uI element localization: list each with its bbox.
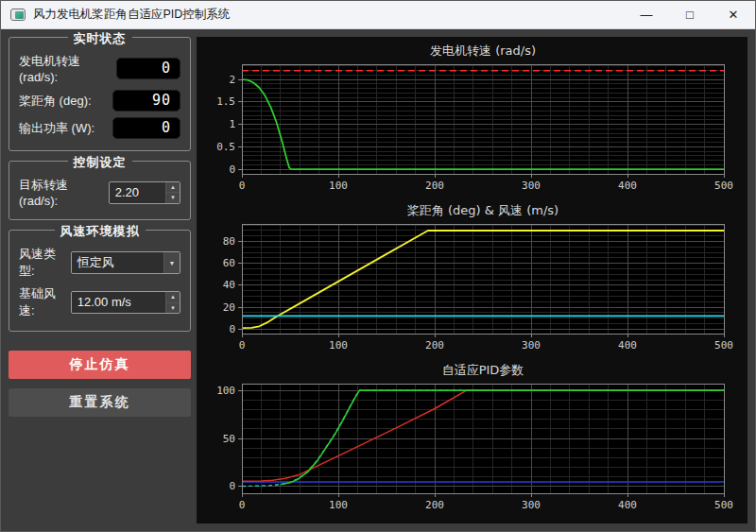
app-window: 风力发电机桨距角自适应PID控制系统 — □ ✕ 实时状态 发电机转速 (rad…: [0, 0, 756, 532]
svg-text:500: 500: [714, 339, 733, 352]
svg-text:200: 200: [425, 180, 444, 192]
svg-text:100: 100: [216, 385, 235, 397]
window-controls: — □ ✕: [625, 1, 755, 28]
base-wind-spinbox[interactable]: 12.00 m/s ▲ ▼: [71, 291, 180, 314]
svg-text:100: 100: [329, 499, 348, 511]
control-settings-group: 控制设定 目标转速 (rad/s): 2.20 ▲ ▼: [9, 161, 191, 220]
target-speed-value[interactable]: 2.20: [110, 182, 165, 203]
chevron-down-icon[interactable]: ▼: [163, 252, 180, 273]
generator-speed-label: 发电机转速 (rad/s):: [19, 53, 116, 84]
svg-text:50: 50: [223, 433, 235, 445]
target-speed-down-icon[interactable]: ▼: [166, 193, 180, 203]
minimize-button[interactable]: —: [625, 1, 668, 28]
close-button[interactable]: ✕: [712, 1, 755, 28]
svg-text:1.5: 1.5: [216, 95, 235, 108]
svg-text:400: 400: [618, 499, 637, 511]
control-settings-title: 控制设定: [68, 155, 132, 169]
wind-group: 风速环境模拟 风速类型: 恒定风 ▼ 基础风速: 12.00 m/s ▲ ▼: [9, 230, 191, 332]
svg-text:300: 300: [522, 339, 541, 352]
generator-speed-row: 发电机转速 (rad/s): 0: [19, 53, 180, 84]
wind-type-value[interactable]: 恒定风: [72, 252, 163, 273]
target-speed-up-icon[interactable]: ▲: [166, 182, 180, 194]
output-power-label: 输出功率 (W):: [19, 120, 94, 137]
svg-text:自适应PID参数: 自适应PID参数: [442, 363, 524, 377]
svg-text:0: 0: [229, 163, 235, 176]
svg-text:0: 0: [239, 499, 246, 511]
pitch-angle-label: 桨距角 (deg):: [19, 93, 92, 110]
svg-text:40: 40: [223, 279, 235, 291]
svg-text:100: 100: [329, 339, 348, 352]
base-wind-label: 基础风速:: [19, 285, 71, 319]
wind-type-label: 风速类型:: [19, 246, 71, 280]
svg-text:1: 1: [229, 118, 235, 130]
svg-text:2: 2: [229, 74, 235, 86]
chart-panel: 010020030040050000.511.52发电机转速 (rad/s) 0…: [197, 37, 747, 523]
base-wind-up-icon[interactable]: ▲: [166, 292, 180, 303]
svg-text:500: 500: [714, 499, 733, 511]
pitch-angle-row: 桨距角 (deg): 90: [19, 90, 180, 112]
svg-text:0.5: 0.5: [216, 141, 235, 153]
svg-text:0: 0: [239, 339, 246, 352]
svg-text:200: 200: [425, 339, 444, 352]
pitch-wind-chart: 0100200300400500020406080桨距角 (deg) & 风速 …: [197, 198, 747, 358]
pid-params-chart: 0100200300400500050100自适应PID参数: [197, 358, 747, 518]
svg-text:200: 200: [425, 499, 444, 511]
window-title: 风力发电机桨距角自适应PID控制系统: [33, 7, 230, 23]
generator-speed-display: 0: [116, 58, 180, 79]
reset-system-button[interactable]: 重置系统: [9, 388, 191, 417]
title-bar: 风力发电机桨距角自适应PID控制系统 — □ ✕: [1, 1, 755, 29]
wind-group-title: 风速环境模拟: [55, 224, 146, 238]
status-group: 实时状态 发电机转速 (rad/s): 0 桨距角 (deg): 90 输出功率…: [9, 37, 191, 151]
wind-type-row: 风速类型: 恒定风 ▼: [19, 246, 180, 280]
svg-text:发电机转速 (rad/s): 发电机转速 (rad/s): [430, 43, 536, 58]
svg-text:500: 500: [714, 180, 733, 192]
output-power-row: 输出功率 (W): 0: [19, 117, 180, 139]
control-panel: 实时状态 发电机转速 (rad/s): 0 桨距角 (deg): 90 输出功率…: [1, 29, 195, 531]
maximize-button[interactable]: □: [668, 1, 712, 28]
svg-text:0: 0: [229, 323, 235, 335]
target-speed-row: 目标转速 (rad/s): 2.20 ▲ ▼: [19, 177, 180, 208]
svg-text:300: 300: [522, 499, 541, 511]
generator-speed-chart: 010020030040050000.511.52发电机转速 (rad/s): [197, 39, 747, 198]
svg-text:300: 300: [522, 180, 541, 192]
base-wind-value[interactable]: 12.00 m/s: [72, 292, 165, 313]
svg-text:80: 80: [223, 235, 235, 248]
target-speed-spinbox[interactable]: 2.20 ▲ ▼: [109, 181, 180, 204]
svg-text:0: 0: [239, 180, 246, 192]
svg-text:0: 0: [229, 480, 235, 492]
svg-text:20: 20: [223, 301, 235, 314]
svg-text:400: 400: [618, 180, 637, 192]
status-group-title: 实时状态: [68, 31, 132, 45]
svg-text:100: 100: [329, 180, 348, 192]
base-wind-down-icon[interactable]: ▼: [166, 303, 180, 314]
stop-simulation-button[interactable]: 停止仿真: [9, 351, 191, 379]
svg-text:400: 400: [618, 339, 637, 352]
base-wind-row: 基础风速: 12.00 m/s ▲ ▼: [19, 285, 180, 319]
main-area: 实时状态 发电机转速 (rad/s): 0 桨距角 (deg): 90 输出功率…: [1, 29, 755, 531]
wind-type-combobox[interactable]: 恒定风 ▼: [71, 251, 180, 274]
target-speed-label: 目标转速 (rad/s):: [19, 177, 109, 208]
app-icon: [10, 9, 26, 21]
svg-text:桨距角 (deg) & 风速 (m/s): 桨距角 (deg) & 风速 (m/s): [407, 203, 558, 217]
output-power-display: 0: [112, 117, 180, 139]
pitch-angle-display: 90: [112, 90, 180, 112]
svg-text:60: 60: [223, 257, 235, 269]
